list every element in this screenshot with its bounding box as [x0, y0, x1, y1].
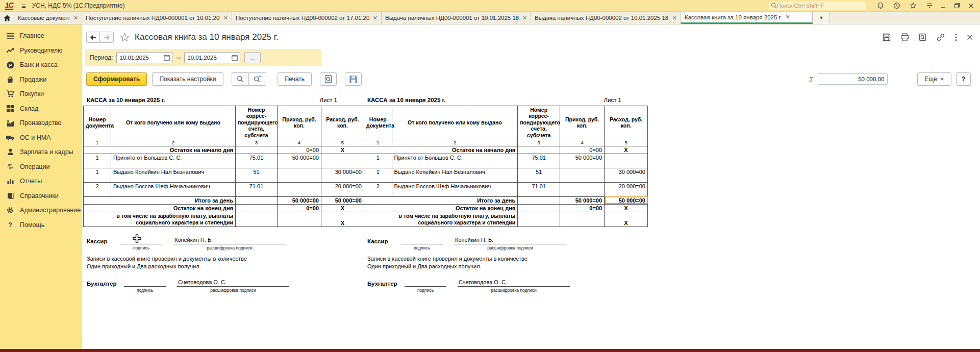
col-number[interactable]: 2 [111, 139, 236, 146]
row-including-label[interactable]: в том числе на заработную плату, выплаты… [84, 212, 236, 227]
tabs-dropdown-button[interactable]: ▼ [813, 12, 830, 24]
close-report-icon[interactable] [967, 34, 973, 40]
autosum-input[interactable] [818, 74, 887, 84]
sidebar-item-rukovoditelyu[interactable]: Руководителю [0, 43, 82, 58]
period-to-input[interactable] [185, 55, 224, 61]
cell-closing-out[interactable]: X [321, 204, 364, 212]
col-header-expense[interactable]: Расход, руб. коп. [321, 106, 364, 139]
tab-postuplenie-2[interactable]: Поступление наличных НД00-000002 от 17.0… [232, 12, 382, 24]
row-total-label[interactable]: Итого за день [84, 196, 236, 204]
cell-total-out[interactable]: 50 000=00 [321, 196, 364, 204]
col-header-expense[interactable]: Расход, руб. коп. [605, 106, 648, 139]
cell-including-out[interactable]: X [321, 212, 364, 227]
save-icon[interactable] [883, 33, 891, 41]
col-header-income[interactable]: Приход, руб. коп. [560, 106, 605, 139]
cell-empty[interactable] [518, 196, 560, 204]
sidebar-item-proizvodstvo[interactable]: Производство [0, 116, 82, 131]
col-number[interactable]: 2 [392, 139, 518, 146]
row-opening-balance-label[interactable]: Остаток на начало дня [84, 146, 236, 154]
service-menu-icon[interactable] [926, 2, 933, 9]
cell-empty[interactable] [236, 204, 278, 212]
minimize-icon[interactable] [940, 3, 946, 9]
period-more-button[interactable]: ... [244, 52, 261, 63]
nav-back-button[interactable] [86, 32, 100, 43]
cell-income[interactable] [560, 168, 605, 182]
sheet-caption[interactable]: КАССА за 10 января 2025 г. [367, 97, 445, 103]
cell-payee[interactable]: Принято от Большов С. С. [392, 154, 518, 168]
cell-account[interactable]: 71.01 [518, 182, 560, 196]
cell-account[interactable]: 75.01 [518, 154, 560, 168]
more-dots-icon[interactable] [955, 33, 957, 41]
get-link-icon[interactable] [936, 33, 945, 41]
cell-opening-out[interactable]: X [605, 146, 648, 154]
sidebar-item-operatsii[interactable]: ДтКт Операции [0, 160, 82, 174]
favorite-star-icon[interactable] [120, 33, 130, 42]
save-report-button[interactable] [345, 72, 362, 86]
col-header-doc-number[interactable]: Номер документа [364, 106, 392, 139]
row-opening-balance-label[interactable]: Остаток на начало дня [364, 146, 518, 154]
cell-closing-out[interactable]: X [605, 204, 648, 212]
sheet-page-label[interactable]: Лист 1 [319, 97, 337, 103]
tab-close-icon[interactable]: ✕ [373, 15, 378, 21]
cell-payee[interactable]: Выдано Копейкин Нал Безналович [392, 168, 518, 182]
col-header-income[interactable]: Приход, руб. коп. [278, 106, 321, 139]
cell-opening-in[interactable]: 0=00 [560, 146, 605, 154]
cell-payee[interactable]: Выдано Боссов Шеф Начальникович [392, 182, 518, 196]
print-preview-icon[interactable] [919, 33, 926, 41]
cell-doc-number[interactable]: 1 [84, 168, 111, 182]
sidebar-item-pokupki[interactable]: Покупки [0, 87, 82, 102]
home-tab[interactable] [0, 12, 14, 24]
calendar-icon[interactable] [164, 55, 170, 61]
cell-payee[interactable]: Выдано Копейкин Нал Безналович [111, 168, 236, 182]
tab-close-icon[interactable]: ✕ [786, 14, 790, 20]
cell-income[interactable] [278, 168, 321, 182]
sidebar-item-zarplata-i-kadry[interactable]: Зарплата и кадры [0, 145, 82, 160]
period-from-input[interactable] [117, 55, 157, 61]
cell-total-in[interactable]: 50 000=00 [560, 196, 605, 204]
cell-opening-in[interactable]: 0=00 [278, 146, 321, 154]
favorites-star-icon[interactable] [910, 2, 917, 9]
tab-kassovye-dokumenty[interactable]: Кассовые документы ✕ [14, 12, 82, 24]
sidebar-item-sklad[interactable]: Склад [0, 102, 82, 116]
col-number[interactable]: 1 [84, 139, 111, 146]
cell-doc-number[interactable]: 1 [84, 154, 111, 168]
tab-close-icon[interactable]: ✕ [73, 15, 78, 21]
cell-doc-number[interactable]: 2 [84, 182, 111, 196]
sidebar-item-spravochniki[interactable]: Справочники [0, 189, 82, 204]
calendar-icon[interactable] [232, 55, 238, 61]
col-header-account[interactable]: Номер коррес- пондирующего счета, субсче… [236, 106, 278, 139]
tab-close-icon[interactable]: ✕ [223, 15, 228, 21]
sidebar-item-otchety[interactable]: Отчеты [0, 174, 82, 189]
cell-income[interactable]: 50 000=00 [278, 154, 321, 168]
col-number[interactable]: 3 [236, 139, 278, 146]
cell-empty[interactable] [518, 146, 560, 154]
sidebar-item-bank-i-kassa[interactable]: Р Банк и касса [0, 58, 82, 72]
cell-account[interactable]: 71.01 [236, 182, 278, 196]
cell-expense[interactable]: 20 000=00 [321, 182, 364, 196]
row-closing-balance-label[interactable]: Остаток на конец дня [364, 204, 518, 212]
cell-doc-number[interactable]: 1 [364, 154, 392, 168]
cell-empty[interactable] [278, 212, 321, 227]
col-header-payee[interactable]: От кого получено или кому выдано [392, 106, 518, 139]
cell-closing-in[interactable]: 0=00 [560, 204, 605, 212]
find-next-button[interactable] [249, 72, 266, 86]
tab-close-icon[interactable]: ✕ [672, 15, 677, 21]
close-window-icon[interactable] [968, 3, 974, 9]
autosum-field[interactable] [818, 73, 888, 85]
period-to-field[interactable] [184, 52, 240, 63]
search-input[interactable] [777, 3, 859, 9]
sidebar-item-os-i-nma[interactable]: ОС и НМА [0, 131, 82, 145]
global-search[interactable] [769, 2, 866, 10]
col-header-payee[interactable]: От кого получено или кому выдано [111, 106, 236, 139]
sheet-page-label[interactable]: Лист 1 [604, 97, 621, 103]
restore-icon[interactable] [954, 3, 960, 9]
cell-account[interactable]: 51 [518, 168, 560, 182]
find-button[interactable] [232, 72, 249, 86]
show-settings-button[interactable]: Показать настройки [152, 72, 223, 86]
col-number[interactable]: 4 [278, 139, 321, 146]
cell-empty[interactable] [236, 196, 278, 204]
tab-vydacha-2[interactable]: Выдача наличных НД00-000002 от 10.01.202… [531, 12, 681, 24]
cell-expense[interactable] [321, 154, 364, 168]
sidebar-item-glavnoe[interactable]: Главное [0, 29, 82, 43]
cell-payee[interactable]: Выдано Боссов Шеф Начальникович [111, 182, 236, 196]
